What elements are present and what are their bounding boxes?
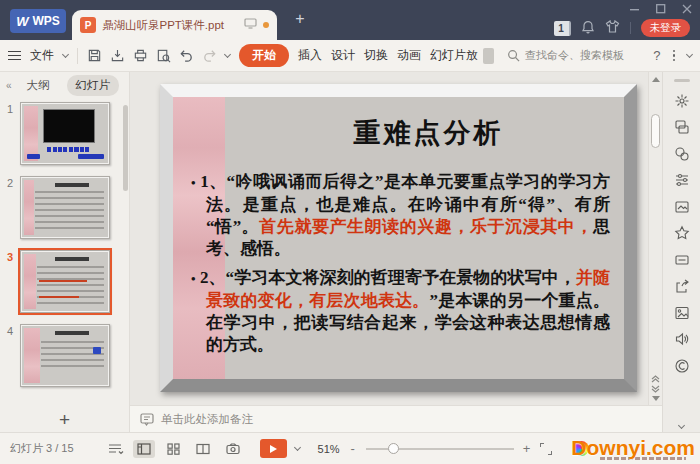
wps-logo-glyph: W — [16, 14, 28, 29]
maximize-button[interactable] — [656, 4, 666, 14]
redo-button[interactable] — [202, 48, 217, 63]
slide-thumbnail-3-selected[interactable]: 3 — [0, 250, 129, 313]
print-button[interactable] — [133, 48, 148, 63]
thumbnail-number: 2 — [0, 176, 20, 239]
bullet-marker: • — [191, 175, 196, 190]
format-painter-icon[interactable] — [674, 358, 690, 374]
rail-handle[interactable] — [674, 79, 690, 82]
rail-collapse-caret-icon[interactable] — [678, 422, 685, 429]
login-button[interactable]: 未登录 — [641, 19, 691, 37]
slide-body-textbox[interactable]: • 1、“吟哦讽诵而后得之”是本单元要重点学习的学习方法。是重点，也是难点。在吟… — [191, 171, 610, 363]
slide-bullet-2[interactable]: • 2、“学习本文将深刻的哲理寄予在景物的状写中，并随景致的变化，有层次地表达。… — [191, 267, 610, 356]
print-preview-button[interactable] — [156, 48, 171, 63]
panel-scrollbar[interactable] — [123, 105, 128, 191]
slide-page[interactable]: 重难点分析 • 1、“吟哦讽诵而后得之”是本单元要重点学习的学习方法。是重点，也… — [160, 84, 637, 392]
wps-logo[interactable]: WWPS — [10, 9, 66, 33]
qat-dropdown-caret-icon[interactable] — [224, 50, 231, 57]
zoom-out-button[interactable]: - — [348, 441, 358, 456]
thumb-nav-button — [78, 154, 104, 159]
slide-bullet-1[interactable]: • 1、“吟哦讽诵而后得之”是本单元要重点学习的学习方法。是重点，也是难点。在吟… — [191, 171, 610, 260]
scrollbar-thumb[interactable] — [651, 114, 660, 148]
tab-transition[interactable]: 切换 — [364, 47, 388, 64]
slide-thumbnail-2[interactable]: 2 — [0, 176, 129, 239]
collapse-panel-icon[interactable]: « — [6, 80, 10, 91]
thumb-pink-strip — [24, 328, 40, 383]
bullet-marker: • — [191, 271, 196, 286]
textbox-icon[interactable] — [674, 252, 690, 268]
remote-play-button[interactable] — [222, 440, 244, 458]
slide-thumbnail-4[interactable]: 4 — [0, 324, 129, 387]
notes-placeholder: 单击此处添加备注 — [161, 412, 253, 427]
effects-flower-icon[interactable] — [674, 93, 690, 109]
zoom-slider[interactable] — [366, 448, 514, 450]
thumb-text-lines — [37, 266, 104, 307]
notes-toggle-button[interactable] — [108, 443, 125, 455]
tab-design[interactable]: 设计 — [331, 47, 355, 64]
new-tab-button[interactable]: + — [292, 12, 308, 28]
minimize-button[interactable] — [630, 4, 640, 14]
add-slide-button[interactable]: + — [59, 410, 70, 429]
ribbon-bar: 文件 开始 插入 设计 切换 动画 幻灯片放 查找命令、搜索模板 ? — [0, 40, 700, 72]
thumb-video-frame — [43, 109, 95, 143]
thumb-title-line — [55, 257, 89, 261]
tab-outline[interactable]: 大纲 — [18, 75, 59, 96]
play-slideshow-button[interactable] — [260, 439, 287, 458]
zoom-level[interactable]: 51% — [318, 443, 340, 455]
adjust-sliders-icon[interactable] — [674, 172, 690, 188]
thumb-nav-button — [27, 154, 40, 159]
update-count-badge[interactable]: 1 — [554, 21, 571, 36]
undo-button[interactable] — [179, 48, 194, 63]
zoom-slider-knob[interactable] — [388, 443, 399, 454]
reading-view-button[interactable] — [192, 440, 214, 458]
close-button[interactable] — [682, 4, 692, 14]
command-search[interactable]: 查找命令、搜索模板 — [507, 48, 624, 63]
image-icon[interactable] — [674, 305, 690, 321]
collapse-ribbon-caret-icon[interactable] — [686, 50, 693, 57]
notes-bar[interactable]: 单击此处添加备注 — [130, 405, 662, 432]
audio-speaker-icon[interactable] — [674, 331, 690, 347]
slide-title[interactable]: 重难点分析 — [253, 115, 604, 151]
animation-layers-icon[interactable] — [674, 119, 690, 135]
message-bell-icon[interactable] — [581, 20, 595, 37]
slide-sorter-button[interactable] — [163, 440, 184, 458]
beautify-rainbow-icon[interactable] — [574, 441, 589, 456]
play-icon — [270, 445, 277, 453]
export-button[interactable] — [110, 48, 125, 63]
canvas-scrollbar[interactable] — [648, 72, 662, 405]
thumb-pink-strip — [24, 106, 38, 161]
thumb-object — [93, 347, 101, 354]
tab-animation[interactable]: 动画 — [397, 47, 421, 64]
save-button[interactable] — [87, 48, 102, 63]
menu-hamburger-icon[interactable] — [8, 51, 21, 60]
wps-logo-label: WPS — [32, 14, 59, 28]
scroll-up-icon[interactable] — [652, 77, 660, 82]
more-options-icon[interactable] — [673, 50, 676, 62]
editing-canvas[interactable]: 重难点分析 • 1、“吟哦讽诵而后得之”是本单元要重点学习的学习方法。是重点，也… — [130, 72, 662, 405]
file-menu[interactable]: 文件 — [30, 47, 54, 64]
media-library-icon[interactable] — [674, 199, 690, 215]
ppt-file-icon: P — [80, 17, 96, 33]
present-monitor-icon[interactable] — [244, 18, 257, 32]
tab-slideshow[interactable]: 幻灯片放 — [430, 47, 478, 64]
thumb-pink-strip — [24, 180, 34, 235]
favorites-star-icon[interactable] — [674, 225, 690, 241]
shapes-icon[interactable] — [674, 146, 690, 162]
tab-home[interactable]: 开始 — [239, 44, 289, 67]
scroll-down-icon[interactable] — [652, 396, 660, 401]
zoom-in-button[interactable]: + — [522, 441, 532, 456]
document-tab[interactable]: P 鼎湖山听泉PPT课件.ppt — [72, 10, 277, 40]
fit-to-window-icon[interactable] — [540, 443, 552, 455]
ribbon-separator — [77, 48, 78, 64]
tab-insert[interactable]: 插入 — [298, 47, 322, 64]
skin-shirt-icon[interactable] — [605, 20, 620, 36]
search-icon — [507, 49, 520, 62]
help-button[interactable]: ? — [653, 48, 660, 63]
normal-view-button[interactable] — [133, 440, 155, 458]
previous-slide-button[interactable] — [651, 375, 660, 383]
thumb-text-lines — [35, 191, 104, 233]
next-slide-button[interactable] — [651, 385, 660, 393]
share-icon[interactable] — [674, 278, 690, 294]
slide-thumbnail-1[interactable]: 1 — [0, 102, 129, 165]
play-options-caret-icon[interactable] — [294, 443, 301, 450]
tab-slides[interactable]: 幻灯片 — [67, 75, 120, 96]
